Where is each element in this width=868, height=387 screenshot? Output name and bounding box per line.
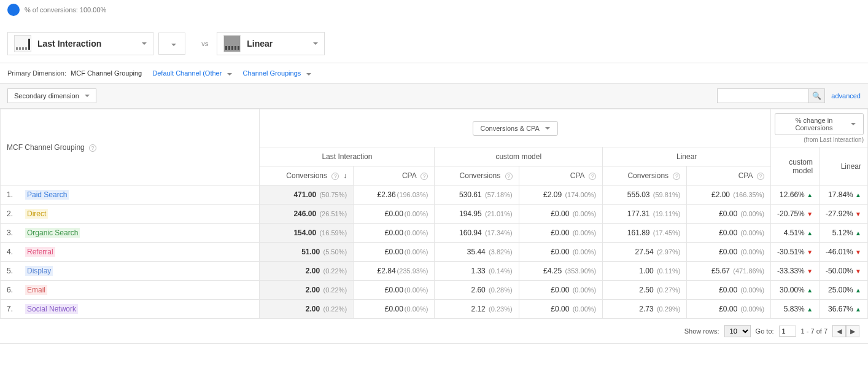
vs-label: vs [201, 40, 208, 47]
search-button[interactable]: 🔍 [809, 88, 825, 103]
pagination-range: 1 - 7 of 7 [801, 327, 827, 335]
help-icon[interactable]: ? [589, 173, 596, 180]
channel-link[interactable]: Referral [25, 247, 55, 257]
cell-change-custom: 4.51% ▲ [771, 224, 820, 243]
cell-conversions-custom: 2.12 (0.23%) [435, 300, 519, 319]
cell-change-linear: 25.00% ▲ [820, 281, 868, 300]
help-icon[interactable]: ? [420, 173, 428, 180]
cell-cpa-custom: £0.00 (0.00%) [519, 205, 603, 224]
cell-conversions-custom: 1.33 (0.14%) [435, 262, 519, 281]
cell-change-custom: -20.75% ▼ [771, 205, 820, 224]
cell-conversions-linear: 177.31 (19.11%) [603, 205, 687, 224]
secondary-dimension-selector[interactable]: Secondary dimension [7, 88, 96, 103]
conversions-percent-label: % of conversions: 100.00% [25, 6, 106, 14]
cell-cpa-last: £2.84(235.93%) [354, 262, 435, 281]
dim-option-groupings[interactable]: Channel Groupings [243, 69, 312, 77]
table-row: 7.Social Network2.00 (0.22%)£0.00(0.00%)… [1, 300, 868, 319]
channel-link[interactable]: Display [25, 266, 53, 276]
row-index: 1. [1, 186, 20, 205]
row-index: 2. [1, 205, 20, 224]
cell-conversions-custom: 194.95 (21.01%) [435, 205, 519, 224]
sort-down-icon[interactable]: ↓ [343, 171, 347, 180]
change-type-selector[interactable]: % change in Conversions [775, 113, 864, 135]
row-index: 5. [1, 262, 20, 281]
group-linear: Linear [603, 147, 771, 166]
model-right-name: Linear [247, 39, 273, 49]
cell-conversions-linear: 2.73 (0.29%) [603, 300, 687, 319]
cell-conversions-linear: 161.89 (17.45%) [603, 224, 687, 243]
primary-dim-label: Primary Dimension: [7, 69, 66, 77]
show-rows-label: Show rows: [684, 327, 719, 335]
cell-conversions-last: 2.00 (0.22%) [260, 281, 354, 300]
cell-cpa-custom: £0.00 (0.00%) [519, 224, 603, 243]
cell-change-custom: -33.33% ▼ [771, 262, 820, 281]
channel-link[interactable]: Email [25, 285, 47, 295]
cell-cpa-custom: £0.00 (0.00%) [519, 300, 603, 319]
channel-link[interactable]: Direct [25, 209, 48, 219]
table-row: 1.Paid Search471.00 (50.75%)£2.36(196.03… [1, 186, 868, 205]
row-index: 6. [1, 281, 20, 300]
help-icon[interactable]: ? [757, 173, 764, 180]
caret-down-icon [313, 42, 318, 45]
cell-cpa-last: £0.00(0.00%) [354, 300, 435, 319]
next-page-button[interactable]: ▶ [846, 325, 859, 337]
channel-link[interactable]: Social Network [25, 304, 78, 314]
cell-change-linear: -50.00% ▼ [820, 262, 868, 281]
dim-option-default[interactable]: Default Channel (Other [152, 69, 232, 77]
prev-page-button[interactable]: ◀ [832, 325, 846, 337]
help-icon[interactable]: ? [673, 173, 680, 180]
channel-link[interactable]: Paid Search [25, 190, 69, 200]
cell-cpa-custom: £0.00 (0.00%) [519, 243, 603, 262]
cell-conversions-last: 246.00 (26.51%) [260, 205, 354, 224]
cell-conversions-last: 51.00 (5.50%) [260, 243, 354, 262]
rows-per-page-select[interactable]: 10 [724, 325, 751, 337]
model-selector-left[interactable]: Last Interaction [7, 32, 153, 55]
cell-change-custom: 12.66% ▲ [771, 186, 820, 205]
group-last-interaction: Last Interaction [260, 147, 435, 166]
cell-cpa-last: £2.36(196.03%) [354, 186, 435, 205]
sub-conversions: Conversions [627, 171, 668, 180]
model-selector-right[interactable]: Linear [217, 32, 325, 55]
cell-conversions-last: 2.00 (0.22%) [260, 262, 354, 281]
attribution-table: MCF Channel Grouping ? Conversions & CPA… [0, 109, 868, 319]
cell-cpa-linear: £0.00 (0.00%) [687, 224, 771, 243]
help-icon[interactable]: ? [505, 173, 513, 180]
caret-down-icon [306, 73, 311, 76]
goto-input[interactable] [779, 326, 796, 337]
cell-change-linear: 17.84% ▲ [820, 186, 868, 205]
help-icon[interactable]: ? [89, 144, 96, 152]
metric-type-selector[interactable]: Conversions & CPA [473, 121, 558, 136]
advanced-link[interactable]: advanced [831, 92, 861, 100]
model-selector-empty[interactable] [158, 33, 185, 55]
table-row: 6.Email2.00 (0.22%)£0.00(0.00%)2.60 (0.2… [1, 281, 868, 300]
cell-change-linear: 36.67% ▲ [820, 300, 868, 319]
goto-label: Go to: [756, 327, 774, 335]
cell-conversions-linear: 555.03 (59.81%) [603, 186, 687, 205]
help-icon[interactable]: ? [331, 173, 339, 180]
cell-conversions-custom: 530.61 (57.18%) [435, 186, 519, 205]
search-icon: 🔍 [812, 92, 821, 100]
search-input[interactable] [717, 88, 809, 103]
caret-down-icon [142, 42, 147, 45]
primary-dim-active: MCF Channel Grouping [71, 69, 142, 77]
table-row: 3.Organic Search154.00 (16.59%)£0.00(0.0… [1, 224, 868, 243]
sub-conversions: Conversions [286, 171, 327, 180]
cell-conversions-custom: 35.44 (3.82%) [435, 243, 519, 262]
cell-cpa-linear: £0.00 (0.00%) [687, 243, 771, 262]
change-col-custom: custom model [789, 158, 813, 175]
caret-down-icon [851, 123, 856, 125]
model-left-name: Last Interaction [37, 39, 101, 49]
cell-cpa-last: £0.00(0.00%) [354, 281, 435, 300]
change-sub-note: (from Last Interaction) [775, 135, 864, 143]
channel-link[interactable]: Organic Search [25, 228, 80, 238]
row-index: 3. [1, 224, 20, 243]
pie-chart-icon [7, 4, 20, 16]
col-channel-header: MCF Channel Grouping [7, 143, 85, 152]
cell-cpa-custom: £0.00 (0.00%) [519, 281, 603, 300]
cell-conversions-last: 154.00 (16.59%) [260, 224, 354, 243]
cell-conversions-custom: 2.60 (0.28%) [435, 281, 519, 300]
cell-conversions-linear: 2.50 (0.27%) [603, 281, 687, 300]
last-interaction-icon [14, 35, 31, 52]
cell-cpa-last: £0.00(0.00%) [354, 205, 435, 224]
cell-cpa-last: £0.00(0.00%) [354, 243, 435, 262]
